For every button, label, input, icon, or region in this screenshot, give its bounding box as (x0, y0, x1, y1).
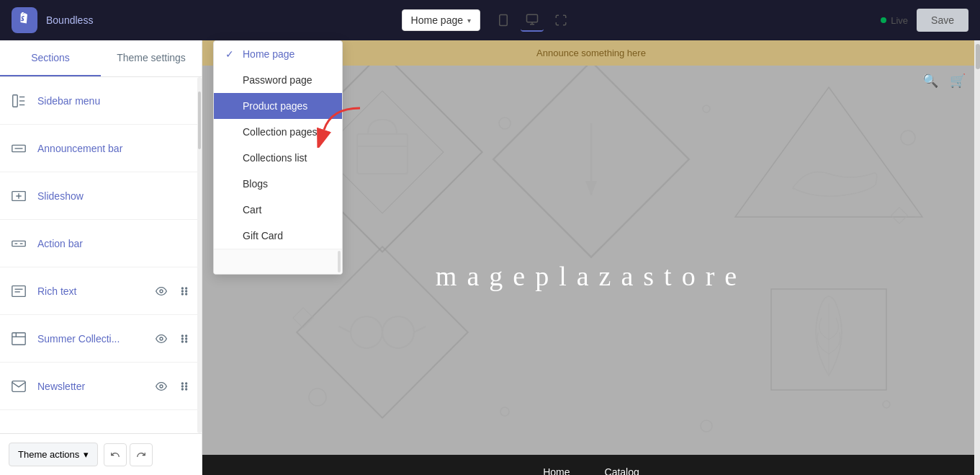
svg-point-38 (186, 338, 187, 339)
live-indicator: Live (881, 15, 908, 26)
dropdown-item-blogs[interactable]: Blogs (214, 171, 342, 197)
dropdown-item-collections-list[interactable]: Collections list (214, 145, 342, 171)
svg-point-25 (181, 288, 183, 289)
svg-point-48 (186, 389, 187, 390)
summer-collection-drag-icon[interactable] (176, 330, 193, 347)
svg-point-47 (181, 389, 183, 390)
store-header-icons: 🔍 🛒 (908, 66, 980, 96)
check-mark-icon: ✓ (225, 48, 237, 60)
page-dropdown-menu: ✓ Home page Password page Product pages … (213, 40, 343, 275)
svg-point-35 (181, 335, 183, 337)
mobile-viewport-button[interactable] (492, 9, 515, 32)
viewport-icons (492, 9, 572, 32)
undo-button[interactable] (104, 443, 127, 466)
summer-collection-icon (9, 329, 29, 349)
tab-sections[interactable]: Sections (0, 40, 101, 76)
footer-link-home: Home (543, 466, 570, 475)
svg-point-26 (186, 288, 187, 289)
rich-text-label: Rich text (37, 285, 144, 297)
rich-text-drag-icon[interactable] (176, 283, 193, 300)
sidebar: Sections Theme settings (0, 40, 202, 475)
newsletter-drag-icon[interactable] (176, 378, 193, 395)
svg-point-40 (186, 341, 187, 342)
fullscreen-viewport-button[interactable] (549, 9, 572, 32)
summer-collection-eye-icon[interactable] (153, 330, 170, 347)
newsletter-label: Newsletter (37, 381, 144, 392)
sidebar-item-slideshow[interactable]: Slideshow (0, 172, 202, 220)
svg-point-34 (160, 337, 163, 340)
page-selector-chevron: ▾ (467, 17, 471, 25)
rich-text-eye-icon[interactable] (153, 283, 170, 300)
svg-point-29 (181, 293, 183, 295)
dropdown-item-label: Collections list (243, 152, 307, 164)
dropdown-item-collection-pages[interactable]: Collection pages (214, 119, 342, 145)
svg-point-18 (160, 290, 163, 293)
svg-point-30 (186, 293, 187, 295)
dropdown-item-label: Blogs (243, 178, 268, 190)
page-selector-button[interactable]: Home page ▾ (402, 9, 480, 31)
dropdown-item-label: Cart (243, 204, 261, 216)
sidebar-menu-label: Sidebar menu (37, 95, 193, 107)
announcement-bar-label: Announcement bar (37, 143, 193, 154)
announcement-bar-icon (9, 138, 29, 159)
sidebar-item-rich-text[interactable]: Rich text (0, 267, 202, 315)
theme-actions-button[interactable]: Theme actions ▾ (9, 443, 98, 466)
svg-text:mageplazastore: mageplazastore (436, 261, 747, 291)
svg-rect-2 (527, 14, 538, 22)
theme-actions-chevron: ▾ (84, 449, 89, 460)
desktop-viewport-button[interactable] (521, 9, 544, 32)
dropdown-item-home-page[interactable]: ✓ Home page (214, 41, 342, 67)
svg-rect-5 (13, 94, 17, 107)
rich-text-actions (153, 283, 193, 300)
action-bar-icon (9, 234, 29, 254)
dropdown-item-product-pages[interactable]: Product pages (214, 93, 342, 119)
top-bar-right: Live Save (881, 9, 968, 32)
slideshow-icon (9, 186, 29, 206)
search-icon: 🔍 (922, 73, 938, 89)
announcement-text: Announce something here (536, 48, 646, 58)
shopify-logo (12, 7, 37, 33)
tab-theme-settings[interactable]: Theme settings (101, 40, 202, 76)
sidebar-item-announcement-bar[interactable]: Announcement bar (0, 125, 202, 172)
save-button[interactable]: Save (917, 9, 968, 32)
svg-point-39 (181, 341, 183, 342)
dropdown-item-label: Collection pages (243, 126, 318, 138)
summer-collection-actions (153, 330, 193, 347)
svg-rect-12 (12, 241, 25, 246)
svg-point-44 (186, 383, 187, 384)
page-selector-label: Home page (411, 14, 463, 26)
theme-actions-label: Theme actions (18, 449, 79, 460)
svg-rect-15 (12, 285, 25, 296)
summer-collection-label: Summer Collecti... (37, 333, 144, 345)
top-bar-center: Home page ▾ (102, 9, 872, 32)
preview-scrollbar[interactable] (974, 40, 980, 475)
svg-point-45 (181, 386, 183, 387)
newsletter-eye-icon[interactable] (153, 378, 170, 395)
slideshow-label: Slideshow (37, 190, 193, 202)
newsletter-icon (9, 376, 29, 396)
dropdown-item-label: Password page (243, 74, 313, 86)
dropdown-item-label: Product pages (243, 100, 307, 112)
sidebar-item-sidebar-menu[interactable]: Sidebar menu (0, 77, 202, 125)
dropdown-item-cart[interactable]: Cart (214, 197, 342, 223)
sidebar-item-newsletter[interactable]: Newsletter (0, 363, 202, 410)
newsletter-actions (153, 378, 193, 395)
dropdown-item-password-page[interactable]: Password page (214, 67, 342, 93)
top-bar: Boundless Home page ▾ (0, 0, 980, 40)
dropdown-item-label: Home page (243, 48, 295, 60)
svg-point-28 (186, 290, 187, 292)
action-bar-label: Action bar (37, 238, 193, 249)
store-footer: Home Catalog (202, 455, 980, 475)
store-name-label: Boundless (46, 14, 93, 26)
redo-button[interactable] (130, 443, 153, 466)
svg-point-37 (181, 338, 183, 339)
undo-redo-controls (104, 443, 153, 466)
svg-rect-41 (12, 381, 25, 391)
sidebar-item-summer-collection[interactable]: Summer Collecti... (0, 315, 202, 363)
dropdown-item-gift-card[interactable]: Gift Card (214, 223, 342, 249)
sidebar-item-action-bar[interactable]: Action bar (0, 220, 202, 267)
svg-point-43 (181, 383, 183, 384)
footer-link-catalog: Catalog (605, 466, 639, 475)
sidebar-bottom-bar: Theme actions ▾ (0, 433, 202, 475)
main-content: Sections Theme settings (0, 40, 980, 475)
